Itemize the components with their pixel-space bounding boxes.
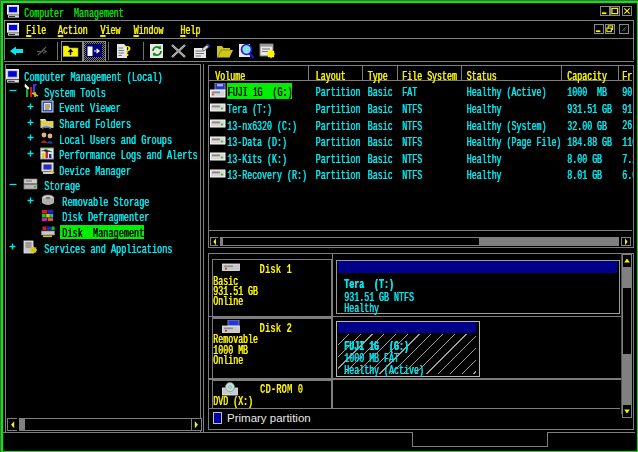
svg-text:?: ? — [124, 44, 131, 59]
